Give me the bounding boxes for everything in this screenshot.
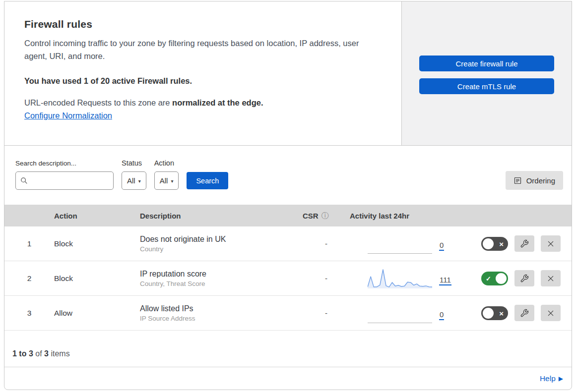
info-icon[interactable]: ⓘ	[321, 211, 329, 221]
toggle-knob	[496, 273, 507, 284]
search-button[interactable]: Search	[187, 172, 228, 189]
chevron-right-icon: ▶	[559, 375, 563, 382]
create-mtls-rule-button[interactable]: Create mTLS rule	[419, 78, 554, 94]
toggle-state-icon: ✓	[486, 275, 491, 281]
action-column-header: Action	[54, 212, 140, 220]
rule-action: Allow	[54, 309, 140, 318]
normalization-note: URL-encoded Requests to this zone are no…	[24, 98, 382, 108]
status-label: Status	[122, 159, 146, 167]
rule-priority: 2	[4, 274, 54, 283]
action-label: Action	[154, 159, 179, 167]
activity-count-link[interactable]: 111	[439, 276, 451, 285]
delete-rule-button[interactable]	[541, 270, 561, 286]
table-row: 3 Allow Allow listed IPs IP Source Addre…	[4, 296, 572, 331]
rule-csr-value: -	[303, 239, 350, 248]
chevron-down-icon: ▾	[171, 178, 173, 184]
status-dropdown[interactable]: All ▾	[122, 171, 146, 190]
wrench-icon	[520, 239, 529, 248]
activity-sparkline	[368, 233, 432, 254]
rule-activity-cell: 111	[350, 261, 481, 295]
close-icon	[547, 240, 555, 248]
search-input[interactable]	[31, 176, 109, 185]
ordering-list-icon	[513, 176, 522, 185]
enable-toggle[interactable]: ✓	[481, 272, 508, 285]
action-filter-field: Action All ▾	[154, 159, 179, 190]
toggle-state-icon: ×	[499, 309, 504, 317]
edit-rule-button[interactable]	[514, 305, 534, 321]
activity-count-link[interactable]: 0	[439, 310, 444, 320]
enable-toggle[interactable]: ×	[481, 237, 508, 251]
table-row: 2 Block IP reputation score Country, Thr…	[4, 261, 572, 296]
search-label: Search description...	[15, 160, 114, 167]
help-bar: Help ▶	[4, 367, 572, 390]
rule-description: IP reputation score	[140, 270, 303, 279]
activity-sparkline	[368, 302, 432, 323]
activity-sparkline	[368, 268, 432, 288]
delete-rule-button[interactable]	[541, 235, 561, 252]
filter-bar: Search description... Status All ▾ Actio…	[4, 146, 572, 205]
table-header-row: Action Description CSR ⓘ Activity last 2…	[4, 205, 572, 226]
usage-note: You have used 1 of 20 active Firewall ru…	[24, 76, 382, 86]
toggle-knob	[483, 308, 494, 319]
search-box[interactable]	[15, 171, 114, 190]
intro-block: Firewall rules Control incoming traffic …	[4, 1, 401, 145]
header-section: Firewall rules Control incoming traffic …	[4, 1, 572, 146]
page-title: Firewall rules	[24, 18, 382, 30]
rule-expression-fields: Country	[140, 245, 303, 253]
pagination-summary: 1 to 3 of 3 items	[4, 331, 572, 367]
pagination-range: 1 to 3	[12, 349, 33, 358]
rule-description: Allow listed IPs	[140, 304, 303, 313]
rule-activity-cell: 0	[350, 226, 481, 261]
actions-panel: Create firewall rule Create mTLS rule	[401, 1, 572, 145]
rule-priority: 3	[4, 309, 54, 318]
pagination-total: 3	[44, 349, 49, 358]
rule-controls: ×	[481, 235, 572, 252]
status-filter-field: Status All ▾	[122, 159, 146, 190]
firewall-rules-panel: Firewall rules Control incoming traffic …	[4, 1, 572, 390]
filter-controls: Search description... Status All ▾ Actio…	[15, 159, 228, 190]
edit-rule-button[interactable]	[514, 235, 534, 252]
help-link-label: Help	[540, 374, 556, 383]
description-column-header: Description	[140, 212, 303, 220]
search-field: Search description...	[15, 160, 114, 190]
status-dropdown-value: All	[127, 176, 135, 185]
close-icon	[547, 275, 555, 282]
rule-controls: ✓	[481, 270, 572, 286]
rules-table: Action Description CSR ⓘ Activity last 2…	[4, 205, 572, 331]
chevron-down-icon: ▾	[138, 178, 141, 184]
rule-priority: 1	[4, 239, 54, 248]
rule-controls: ×	[481, 305, 572, 321]
toggle-knob	[483, 238, 494, 249]
edit-rule-button[interactable]	[514, 270, 534, 286]
wrench-icon	[520, 309, 529, 318]
ordering-button[interactable]: Ordering	[506, 171, 563, 190]
rule-expression-fields: IP Source Address	[140, 315, 303, 322]
ordering-button-label: Ordering	[526, 176, 555, 185]
csr-column-header: CSR ⓘ	[303, 211, 350, 221]
rule-description-cell: Does not originate in UK Country	[140, 235, 303, 253]
page-description: Control incoming traffic to your zone by…	[24, 37, 382, 63]
enable-toggle[interactable]: ×	[481, 306, 508, 320]
activity-count-link[interactable]: 0	[439, 241, 444, 251]
delete-rule-button[interactable]	[541, 305, 561, 321]
rule-expression-fields: Country, Threat Score	[140, 280, 303, 287]
create-firewall-rule-button[interactable]: Create firewall rule	[419, 56, 554, 71]
table-row: 1 Block Does not originate in UK Country…	[4, 226, 572, 261]
help-link[interactable]: Help ▶	[540, 374, 563, 383]
rule-description-cell: IP reputation score Country, Threat Scor…	[140, 270, 303, 287]
toggle-state-icon: ×	[499, 240, 504, 247]
rule-action: Block	[54, 239, 140, 248]
close-icon	[547, 309, 555, 317]
activity-column-header: Activity last 24hr	[350, 212, 481, 220]
action-dropdown-value: All	[160, 176, 168, 185]
wrench-icon	[520, 274, 529, 283]
rule-description: Does not originate in UK	[140, 235, 303, 244]
rule-description-cell: Allow listed IPs IP Source Address	[140, 304, 303, 322]
rule-action: Block	[54, 274, 140, 283]
configure-normalization-link[interactable]: Configure Normalization	[24, 111, 112, 120]
rule-activity-cell: 0	[350, 296, 481, 330]
action-dropdown[interactable]: All ▾	[154, 171, 179, 190]
rule-csr-value: -	[303, 274, 350, 282]
rule-csr-value: -	[303, 309, 350, 317]
search-icon	[20, 177, 28, 184]
